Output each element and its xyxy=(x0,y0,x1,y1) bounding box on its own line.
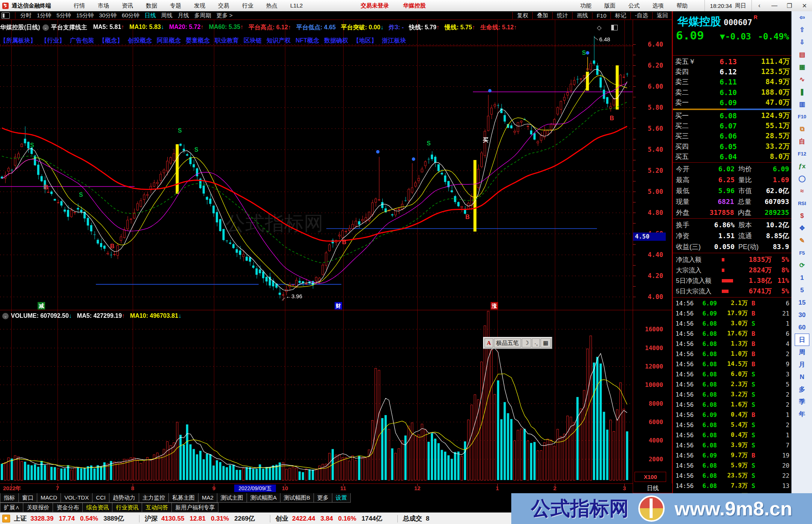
concept-link[interactable]: 阿里概念 xyxy=(157,37,181,45)
tab-更多[interactable]: 更多 xyxy=(314,493,332,503)
wave-icon[interactable]: ≈ xyxy=(792,185,812,197)
ask-row[interactable]: 卖一6.0947.0万 xyxy=(673,98,792,108)
ime-lang-button[interactable]: A xyxy=(485,338,493,347)
concept-link[interactable]: 数据确权 xyxy=(324,37,348,45)
toolbar-button-返回[interactable]: 返回 xyxy=(652,12,672,19)
tab-主力监控[interactable]: 主力监控 xyxy=(139,493,169,503)
concept-link[interactable]: 创投概念 xyxy=(128,37,152,45)
news-icon[interactable]: ▥ xyxy=(792,98,812,110)
circle-icon[interactable]: ◯ xyxy=(792,172,812,185)
zixuan-icon[interactable]: 自 xyxy=(792,135,812,148)
tab-MA2[interactable]: MA2 xyxy=(198,493,217,503)
toolbar-button-叠加[interactable]: 叠加 xyxy=(532,12,552,19)
pane-split-icon[interactable] xyxy=(611,25,618,30)
ime-toolbar[interactable]: A极品五笔☽·,▦ xyxy=(483,337,552,349)
tick-list[interactable]: 14:566.092.1万B614:566.0917.9万B2114:566.0… xyxy=(673,298,792,511)
tab-测试幅图A[interactable]: 测试幅图A xyxy=(247,493,280,503)
period-week[interactable]: 周 xyxy=(792,346,812,358)
login-status[interactable]: 交易未登录 xyxy=(361,2,389,9)
f5-icon[interactable]: F5 xyxy=(792,247,812,259)
bid-row[interactable]: 买四6.0533.2万 xyxy=(673,141,792,151)
ime-name[interactable]: 极品五笔 xyxy=(494,338,521,347)
menu-交易[interactable]: 交易 xyxy=(218,2,229,9)
concept-link[interactable]: 职业教育 xyxy=(215,37,239,45)
tick-row[interactable]: 14:566.083.0万S1 xyxy=(673,319,792,329)
event-marker-涨[interactable]: 涨 xyxy=(491,302,498,310)
menu-行业[interactable]: 行业 xyxy=(242,2,253,9)
f10-icon[interactable]: F10 xyxy=(792,110,812,123)
concept-link[interactable]: 区块链 xyxy=(244,37,262,45)
period-button-30分钟[interactable]: 30分钟 xyxy=(99,12,117,19)
quote-grid-icon[interactable]: ▦ xyxy=(792,61,812,73)
formula-icon[interactable]: ƒx xyxy=(792,160,812,172)
period-button-15分钟[interactable]: 15分钟 xyxy=(76,12,94,19)
menu-行情[interactable]: 行情 xyxy=(74,2,85,9)
ask-row[interactable]: 卖二6.10188.0万 xyxy=(673,87,792,97)
period-multi[interactable]: 多 xyxy=(792,383,812,396)
period-button-更多 >[interactable]: 更多 > xyxy=(217,12,233,19)
period-label-cell[interactable]: 日线 xyxy=(633,483,673,493)
ime-punct-icon[interactable]: ·, xyxy=(532,338,540,347)
tick-row[interactable]: 14:566.086.0万S3 xyxy=(673,369,792,379)
f12-icon[interactable]: F12 xyxy=(792,148,812,160)
rsi-icon[interactable]: RSI xyxy=(792,197,812,210)
tick-row[interactable]: 14:566.083.9万S7 xyxy=(673,440,792,450)
ask-row[interactable]: 卖三6.1184.9万 xyxy=(673,77,792,87)
main-candle-chart[interactable] xyxy=(0,20,633,310)
tick-row[interactable]: 14:566.090.4万B1 xyxy=(673,410,792,420)
tick-row[interactable]: 14:566.081.6万S2 xyxy=(673,400,792,410)
period-button-周线[interactable]: 周线 xyxy=(161,12,173,19)
period-button-60分钟[interactable]: 60分钟 xyxy=(122,12,139,19)
refresh-icon[interactable]: ⟳ xyxy=(792,259,812,272)
stock-shortcut[interactable]: 华媒控股 xyxy=(403,2,426,9)
menu-选项[interactable]: 选项 xyxy=(653,2,664,9)
period-quarter[interactable]: 季 xyxy=(792,396,812,408)
toolbar-button--自选[interactable]: -自选 xyxy=(630,12,652,19)
tab-新用户福利专享[interactable]: 新用户福利专享 xyxy=(172,503,218,512)
restore-button[interactable]: ❐ xyxy=(782,2,797,9)
concept-link[interactable]: 【行业】 xyxy=(41,37,65,45)
tab-资金分布[interactable]: 资金分布 xyxy=(53,503,83,512)
period-button-分时[interactable]: 分时 xyxy=(20,12,32,19)
tab-CCI[interactable]: CCI xyxy=(92,493,109,503)
period-1[interactable]: 1 xyxy=(792,272,812,284)
page-up-icon[interactable]: ⇧ xyxy=(792,24,812,36)
structure-icon[interactable]: ⧉ xyxy=(792,123,812,135)
volume-chart[interactable] xyxy=(0,310,633,483)
tick-row[interactable]: 14:566.0814.5万B9 xyxy=(673,359,792,369)
concept-link[interactable]: 婴童概念 xyxy=(186,37,210,45)
tab-指标[interactable]: 指标 xyxy=(0,493,19,503)
concept-link[interactable]: 【所属板块】 xyxy=(0,37,36,45)
timeline[interactable]: 2022年7891011121232022/09/09/五 xyxy=(0,483,633,493)
menu-版面[interactable]: 版面 xyxy=(604,2,616,9)
period-year[interactable]: 年 xyxy=(792,408,812,420)
toolbar-button-复权[interactable]: 复权 xyxy=(512,12,532,19)
tick-row[interactable]: 14:566.0917.9万B21 xyxy=(673,308,792,319)
tab-窗口[interactable]: 窗口 xyxy=(19,493,37,503)
bid-row[interactable]: 买三6.0628.5万 xyxy=(673,131,792,141)
concept-link[interactable]: 【地区】 xyxy=(353,37,377,45)
indicator-name[interactable]: 平台支撑线主 xyxy=(51,24,87,32)
tick-row[interactable]: 14:566.081.0万B2 xyxy=(673,349,792,359)
tick-row[interactable]: 14:566.085.9万S20 xyxy=(673,461,792,471)
tab-行业资讯[interactable]: 行业资讯 xyxy=(112,503,142,512)
period-5[interactable]: 5 xyxy=(792,284,812,296)
money-icon[interactable]: $ xyxy=(792,210,812,222)
period-15[interactable]: 15 xyxy=(792,296,812,309)
tab-MACD[interactable]: MACD xyxy=(37,493,61,503)
nav-back-button[interactable]: ‹ xyxy=(752,2,767,9)
ask-row[interactable]: 卖四6.12123.5万 xyxy=(673,66,792,77)
period-30[interactable]: 30 xyxy=(792,309,812,321)
tick-row[interactable]: 14:566.099.7万B19 xyxy=(673,450,792,461)
period-day[interactable]: 日 xyxy=(795,334,809,346)
move-icon[interactable]: ✥ xyxy=(792,222,812,234)
tick-row[interactable]: 14:566.082.3万S5 xyxy=(673,379,792,390)
menu-热点[interactable]: 热点 xyxy=(266,2,277,9)
tab-综合资讯[interactable]: 综合资讯 xyxy=(83,503,112,512)
tick-row[interactable]: 14:566.0817.6万B6 xyxy=(673,329,792,339)
tick-row[interactable]: 14:566.081.3万B4 xyxy=(673,339,792,349)
ime-moon-icon[interactable]: ☽ xyxy=(522,338,531,347)
menu-市场[interactable]: 市场 xyxy=(98,2,109,9)
period-button-5分钟[interactable]: 5分钟 xyxy=(56,12,71,19)
bid-row[interactable]: 买五6.048.0万 xyxy=(673,152,792,162)
